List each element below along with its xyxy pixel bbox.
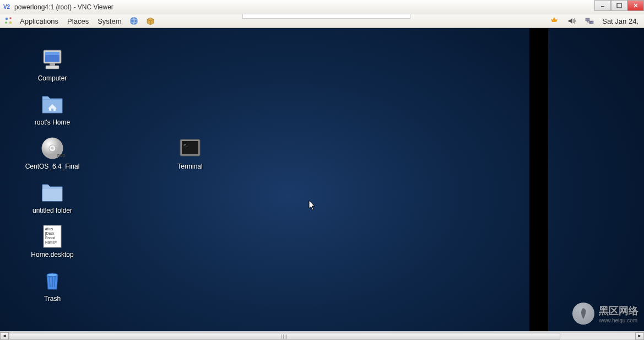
- applications-menu[interactable]: Applications: [17, 15, 62, 27]
- watermark: 黑区网络 www.heiqu.com: [572, 303, 638, 325]
- dvd-icon: DVD: [39, 135, 66, 161]
- icon-label: Trash: [44, 295, 61, 303]
- svg-text:DVD: DVD: [57, 154, 66, 158]
- svg-rect-16: [46, 66, 59, 69]
- desktop-icon-home-desktop[interactable]: #!/us [Desk Encod Name= Home.desktop: [22, 221, 83, 261]
- desktop-background[interactable]: Computer root's Home: [0, 28, 644, 331]
- svg-point-27: [47, 273, 58, 277]
- svg-rect-10: [586, 18, 589, 21]
- svg-rect-1: [617, 3, 621, 8]
- svg-point-7: [9, 21, 12, 24]
- svg-text:#!/us: #!/us: [45, 227, 53, 231]
- gnome-top-panel: Applications Places System: [0, 14, 644, 28]
- mouse-cursor-icon: [309, 200, 317, 211]
- svg-point-20: [51, 147, 54, 150]
- watermark-text: 黑区网络: [599, 304, 638, 317]
- icon-label: Terminal: [177, 163, 202, 170]
- scroll-track[interactable]: [9, 332, 635, 340]
- gnome-foot-icon[interactable]: [3, 15, 14, 26]
- browser-launcher-icon[interactable]: [128, 15, 140, 27]
- computer-icon: [39, 47, 66, 73]
- sound-icon[interactable]: [566, 15, 578, 27]
- vnc-logo-icon: V2: [2, 3, 11, 12]
- desktop-icon-untitled-folder[interactable]: untitled folder: [22, 177, 83, 217]
- desktop-icon-centos[interactable]: DVD CentOS_6.4_Final: [22, 133, 83, 172]
- icon-label: Computer: [38, 74, 67, 82]
- svg-point-4: [6, 18, 8, 20]
- close-button[interactable]: [627, 0, 644, 11]
- scroll-thumb[interactable]: [9, 333, 560, 339]
- scroll-left-button[interactable]: ◄: [0, 332, 9, 340]
- svg-point-8: [130, 17, 138, 25]
- svg-text:[Desk: [Desk: [45, 231, 55, 236]
- svg-point-6: [5, 21, 7, 24]
- panel-clock[interactable]: Sat Jan 24,: [600, 17, 641, 25]
- svg-point-5: [9, 17, 12, 19]
- panel-spacer: [242, 14, 410, 19]
- svg-rect-14: [45, 52, 59, 55]
- update-notifier-icon[interactable]: [548, 15, 560, 27]
- watermark-url: www.heiqu.com: [599, 317, 638, 323]
- home-folder-icon: [39, 91, 66, 117]
- vnc-title-bar: V2 powerlong4:1 (root) - VNC Viewer: [0, 0, 644, 14]
- window-title: powerlong4:1 (root) - VNC Viewer: [14, 3, 113, 11]
- black-strip: [529, 28, 548, 331]
- network-icon[interactable]: [583, 15, 596, 27]
- folder-icon: [39, 179, 66, 206]
- desktop-icon-trash[interactable]: Trash: [22, 265, 83, 305]
- system-menu[interactable]: System: [94, 15, 125, 27]
- svg-text:Encod: Encod: [45, 236, 56, 240]
- desktop-icon-roots-home[interactable]: root's Home: [22, 89, 83, 128]
- icon-label: CentOS_6.4_Final: [25, 163, 80, 170]
- maximize-button[interactable]: [611, 0, 627, 11]
- package-icon[interactable]: [144, 15, 156, 27]
- desktop-icon-terminal[interactable]: >_ Terminal: [160, 133, 220, 172]
- watermark-logo-icon: [572, 303, 594, 325]
- icon-label: Home.desktop: [31, 251, 73, 258]
- svg-text:>_: >_: [183, 143, 188, 147]
- places-menu[interactable]: Places: [64, 15, 92, 27]
- icon-label: root's Home: [35, 118, 70, 126]
- terminal-icon: >_: [177, 135, 203, 161]
- scroll-right-button[interactable]: ►: [635, 332, 644, 340]
- icon-label: untitled folder: [33, 207, 72, 214]
- svg-text:Name=: Name=: [45, 240, 57, 244]
- svg-rect-15: [50, 63, 55, 66]
- horizontal-scrollbar[interactable]: ◄ ►: [0, 331, 644, 340]
- minimize-button[interactable]: [594, 0, 611, 11]
- trash-icon: [39, 267, 66, 294]
- text-file-icon: #!/us [Desk Encod Name=: [39, 223, 66, 250]
- desktop-icon-computer[interactable]: Computer: [22, 45, 83, 84]
